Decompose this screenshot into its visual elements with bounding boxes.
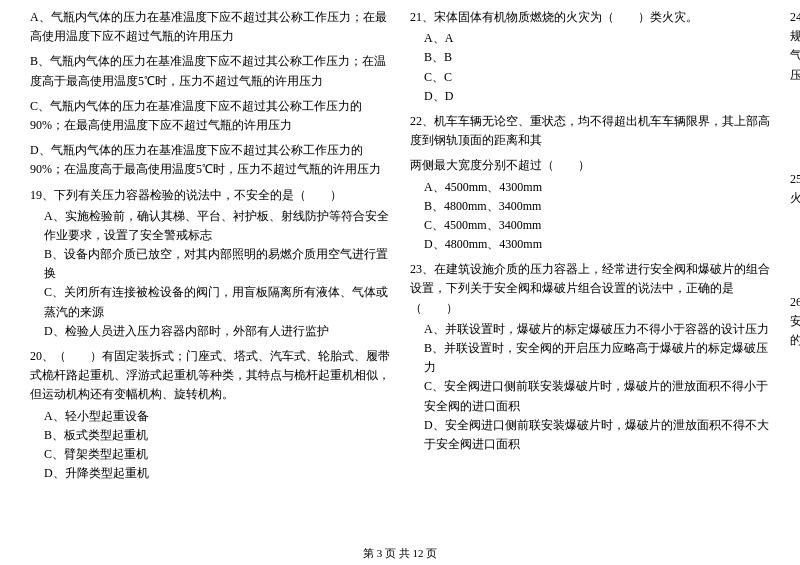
q25-text: 25、对液化烃的流淌火灾和地下工程、船舶、贵重仪器设备及物品的火灾，应使用以下哪… — [790, 170, 800, 208]
q21-block: 21、宋体固体有机物质燃烧的火灾为（ ）类火灾。 A、A B、B C、C D、D — [410, 8, 770, 106]
q26-text: 26、运输车辆安全要求包括主动安全性要求和被动安全性要求。被动安全性是指发生事故… — [790, 293, 800, 351]
q22-right: 两侧最大宽度分别不超过（ ） A、4500mm、4300mm B、4800mm、… — [410, 156, 770, 254]
q21-optD: D、D — [424, 87, 770, 106]
option-c1: C、气瓶内气体的压力在基准温度下应不超过其公称工作压力的90%；在最高使用温度下… — [30, 97, 390, 135]
q23-optC: C、安全阀进口侧前联安装爆破片时，爆破片的泄放面积不得小于安全阀的进口面积 — [424, 377, 770, 415]
q26-block: 26、运输车辆安全要求包括主动安全性要求和被动安全性要求。被动安全性是指发生事故… — [790, 293, 800, 351]
q22-optB: B、4800mm、3400mm — [424, 197, 770, 216]
content-area: A、气瓶内气体的压力在基准温度下应不超过其公称工作压力；在最高使用温度下应不超过… — [30, 8, 770, 556]
q24-text: 24、煤矿井下电网与地面三相四线制电网不同，其电压等级有特殊的规定。《煤矿安全规… — [790, 8, 800, 85]
q25-block: 25、对液化烃的流淌火灾和地下工程、船舶、贵重仪器设备及物品的火灾，应使用以下哪… — [790, 170, 800, 287]
option-b1-text: B、气瓶内气体的压力在基准温度下应不超过其公称工作压力；在温度高于最高使用温度5… — [30, 52, 390, 90]
page: A、气瓶内气体的压力在基准温度下应不超过其公称工作压力；在最高使用温度下应不超过… — [0, 0, 800, 565]
q20-optD: D、升降类型起重机 — [44, 464, 390, 483]
q21-optC: C、C — [424, 68, 770, 87]
footer-text: 第 3 页 共 12 页 — [363, 547, 437, 559]
q20-optA: A、轻小型起重设备 — [44, 407, 390, 426]
q21-optB: B、B — [424, 48, 770, 67]
q19-optD: D、检验人员进入压力容器内部时，外部有人进行监护 — [44, 322, 390, 341]
q22-text: 22、机车车辆无论空、重状态，均不得超出机车车辆限界，其上部高度到钢轨顶面的距离… — [410, 112, 770, 150]
q20-optB: B、板式类型起重机 — [44, 426, 390, 445]
q19-optA: A、实施检验前，确认其梯、平台、衬护板、射线防护等符合安全作业要求，设置了安全警… — [44, 207, 390, 245]
option-a1-text: A、气瓶内气体的压力在基准温度下应不超过其公称工作压力；在最高使用温度下应不超过… — [30, 8, 390, 46]
q22-optA: A、4500mm、4300mm — [424, 178, 770, 197]
q20-optC: C、臂架类型起重机 — [44, 445, 390, 464]
q20-block: 20、（ ）有固定装拆式；门座式、塔式、汽车式、轮胎式、履带式桅杆路起重机、浮游… — [30, 347, 390, 483]
page-footer: 第 3 页 共 12 页 — [0, 546, 800, 561]
option-c1-text: C、气瓶内气体的压力在基准温度下应不超过其公称工作压力的90%；在最高使用温度下… — [30, 97, 390, 135]
q19-optC: C、关闭所有连接被检设备的阀门，用盲板隔离所有液体、气体或蒸汽的来源 — [44, 283, 390, 321]
q23-block: 23、在建筑设施介质的压力容器上，经常进行安全阀和爆破片的组合设置，下列关于安全… — [410, 260, 770, 454]
q19-optB: B、设备内部介质已放空，对其内部照明的易燃介质用空气进行置换 — [44, 245, 390, 283]
q22-optC: C、4500mm、3400mm — [424, 216, 770, 235]
option-a1: A、气瓶内气体的压力在基准温度下应不超过其公称工作压力；在最高使用温度下应不超过… — [30, 8, 390, 46]
q22-optD: D、4800mm、4300mm — [424, 235, 770, 254]
q21-text: 21、宋体固体有机物质燃烧的火灾为（ ）类火灾。 — [410, 8, 770, 27]
q22-right-text: 两侧最大宽度分别不超过（ ） — [410, 156, 770, 175]
q23-optA: A、并联设置时，爆破片的标定爆破压力不得小于容器的设计压力 — [424, 320, 770, 339]
q23-text: 23、在建筑设施介质的压力容器上，经常进行安全阀和爆破片的组合设置，下列关于安全… — [410, 260, 770, 318]
q20-text: 20、（ ）有固定装拆式；门座式、塔式、汽车式、轮胎式、履带式桅杆路起重机、浮游… — [30, 347, 390, 405]
q19-block: 19、下列有关压力容器检验的说法中，不安全的是（ ） A、实施检验前，确认其梯、… — [30, 186, 390, 342]
q19-text: 19、下列有关压力容器检验的说法中，不安全的是（ ） — [30, 186, 390, 205]
option-d1: D、气瓶内气体的压力在基准温度下应不超过其公称工作压力的90%；在温度高于最高使… — [30, 141, 390, 179]
q23-optD: D、安全阀进口侧前联安装爆破片时，爆破片的泄放面积不得不大于安全阀进口面积 — [424, 416, 770, 454]
option-d1-text: D、气瓶内气体的压力在基准温度下应不超过其公称工作压力的90%；在温度高于最高使… — [30, 141, 390, 179]
q23-optB: B、并联设置时，安全阀的开启压力应略高于爆破片的标定爆破压力 — [424, 339, 770, 377]
q22-block: 22、机车车辆无论空、重状态，均不得超出机车车辆限界，其上部高度到钢轨顶面的距离… — [410, 112, 770, 150]
q21-optA: A、A — [424, 29, 770, 48]
q24-block: 24、煤矿井下电网与地面三相四线制电网不同，其电压等级有特殊的规定。《煤矿安全规… — [790, 8, 800, 164]
option-b1: B、气瓶内气体的压力在基准温度下应不超过其公称工作压力；在温度高于最高使用温度5… — [30, 52, 390, 90]
